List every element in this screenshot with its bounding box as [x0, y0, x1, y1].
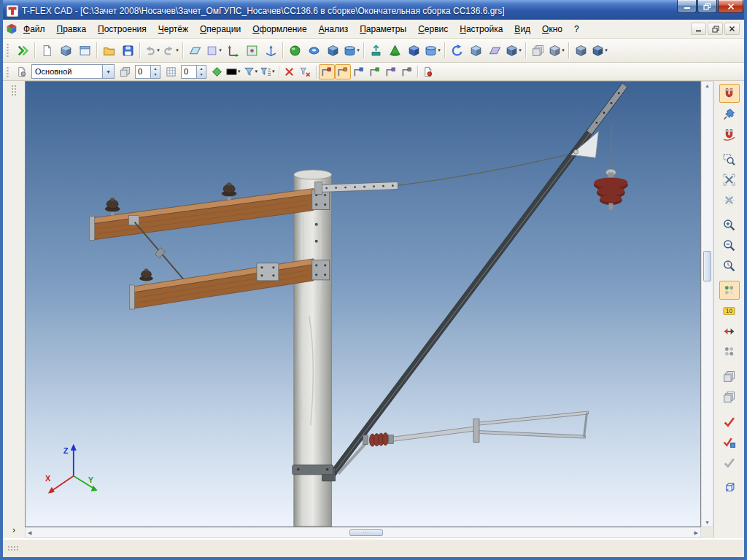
spinner-up-icon[interactable]: ▴ — [197, 66, 206, 72]
3d-viewport[interactable]: Z X Y — [25, 81, 701, 527]
sketch-button[interactable]: ▾ — [204, 41, 223, 60]
page-settings-button[interactable] — [13, 64, 29, 79]
filter-button[interactable]: ▾ — [242, 64, 260, 79]
hide-construction-button[interactable] — [282, 64, 298, 79]
color-picker-button[interactable] — [209, 64, 225, 79]
blend-operation-button[interactable]: ▾ — [423, 41, 442, 60]
view-toolbar-grip[interactable] — [6, 66, 9, 78]
levels-button[interactable] — [117, 64, 133, 79]
workplane-button[interactable] — [185, 41, 204, 60]
dropdown-arrow-icon[interactable]: ▾ — [157, 47, 160, 53]
scroll-left-icon[interactable]: ◀ — [28, 530, 31, 536]
menu-file[interactable]: Файл — [18, 21, 51, 37]
dropdown-arrow-icon[interactable]: ▾ — [519, 47, 522, 53]
select-faces-toggle[interactable] — [351, 64, 367, 79]
current-color-swatch[interactable]: ▾ — [225, 64, 242, 79]
dropdown-arrow-icon[interactable]: ▾ — [176, 47, 179, 53]
left-dock-expand-button[interactable]: › — [8, 524, 20, 536]
select-vertices-toggle[interactable] — [319, 64, 335, 79]
menu-service[interactable]: Сервис — [412, 21, 454, 37]
layer-combo[interactable]: Основной ▾ — [31, 64, 115, 79]
rotate-view-button[interactable] — [447, 41, 466, 60]
previous-view-button[interactable] — [719, 256, 740, 275]
zoom-window-button[interactable] — [719, 149, 740, 168]
assembly-button[interactable]: ▾ — [590, 41, 609, 60]
pin-viewport-button[interactable] — [719, 104, 740, 123]
local-axes-button[interactable] — [261, 41, 280, 60]
combo-dropdown-icon[interactable]: ▾ — [102, 65, 114, 78]
clear-filter-button[interactable] — [298, 64, 314, 79]
update-assembly-button[interactable] — [719, 432, 740, 451]
title-bar[interactable]: T-FLEX CAD - [C:\Зачет 2008\Носачев\Заче… — [3, 0, 744, 20]
new-drawing-button[interactable] — [75, 41, 94, 60]
vertical-scrollbar[interactable]: ▲ ▼ — [701, 81, 713, 527]
undo-button[interactable]: ▾ — [142, 41, 161, 60]
scale-tag-button[interactable]: 10 — [719, 301, 740, 320]
snap-options-button[interactable] — [719, 125, 740, 144]
menu-drawing[interactable]: Чертёж — [152, 21, 194, 37]
copy-operation-button[interactable] — [528, 41, 547, 60]
pages-list-button[interactable] — [719, 367, 740, 386]
redo-button[interactable]: ▾ — [161, 41, 180, 60]
sphere-primitive-button[interactable] — [285, 41, 304, 60]
element-dots-button[interactable] — [719, 342, 740, 361]
full-regenerate-button[interactable] — [719, 453, 740, 472]
level-spinner[interactable]: 0 ▴▾ — [181, 65, 206, 79]
dropdown-arrow-icon[interactable]: ▾ — [272, 69, 275, 74]
dropdown-arrow-icon[interactable]: ▾ — [562, 47, 565, 53]
layer-spinner-value[interactable]: 0 — [136, 66, 150, 78]
left-dock-grip[interactable] — [11, 85, 18, 96]
level-spinner-value[interactable]: 0 — [182, 66, 196, 78]
dropdown-arrow-icon[interactable]: ▾ — [238, 69, 241, 74]
dropdown-arrow-icon[interactable]: ▾ — [605, 47, 608, 53]
menu-help[interactable]: ? — [568, 21, 585, 37]
menu-operations[interactable]: Операции — [194, 21, 247, 37]
menu-edit[interactable]: Правка — [51, 21, 93, 37]
zoom-in-button[interactable] — [719, 215, 740, 234]
spinner-up-icon[interactable]: ▴ — [151, 66, 160, 72]
close-button[interactable] — [718, 0, 743, 13]
select-edges-toggle[interactable] — [335, 64, 351, 79]
scroll-up-icon[interactable]: ▲ — [705, 83, 710, 88]
3d-node-button[interactable] — [242, 41, 261, 60]
main-toolbar-grip[interactable] — [6, 42, 9, 58]
dropdown-arrow-icon[interactable]: ▾ — [219, 47, 222, 53]
save-document-button[interactable] — [118, 41, 137, 60]
select-bodies-toggle[interactable] — [367, 64, 383, 79]
priority-button[interactable] — [163, 64, 179, 79]
layer-spinner[interactable]: 0 ▴▾ — [135, 65, 160, 79]
zoom-out-button[interactable] — [719, 236, 740, 254]
coordinate-system-button[interactable] — [223, 41, 242, 60]
toggle-toolbars-button[interactable] — [13, 41, 32, 60]
cylinder-primitive-button[interactable]: ▾ — [342, 41, 361, 60]
mdi-close-button[interactable] — [724, 23, 740, 35]
windows-list-button[interactable] — [719, 387, 740, 406]
menu-analysis[interactable]: Анализ — [313, 21, 355, 37]
extrude-operation-button[interactable] — [366, 41, 385, 60]
snap-toggle-button[interactable] — [719, 84, 740, 103]
torus-primitive-button[interactable] — [304, 41, 323, 60]
menu-view[interactable]: Вид — [508, 21, 536, 37]
horizontal-scroll-thumb[interactable] — [349, 529, 383, 536]
rotation-operation-button[interactable] — [385, 41, 404, 60]
dropdown-arrow-icon[interactable]: ▾ — [438, 47, 441, 53]
dropdown-arrow-icon[interactable]: ▾ — [357, 47, 360, 53]
spinner-down-icon[interactable]: ▾ — [151, 71, 160, 78]
filter-list-button[interactable]: ▾ — [259, 64, 276, 79]
new-3d-model-button[interactable] — [56, 41, 75, 60]
mdi-restore-button[interactable] — [708, 23, 723, 35]
check-document-button[interactable] — [719, 412, 740, 431]
menu-settings[interactable]: Настройка — [454, 21, 508, 37]
open-document-button[interactable] — [99, 41, 118, 60]
scroll-right-icon[interactable]: ▶ — [694, 530, 698, 536]
select-fragments-toggle[interactable] — [399, 64, 415, 79]
box-primitive-button[interactable] — [323, 41, 342, 60]
minimize-button[interactable] — [677, 0, 697, 13]
wireframe-view-button[interactable] — [719, 478, 740, 497]
fit-selection-button[interactable] — [719, 190, 740, 209]
vertical-scroll-thumb[interactable] — [703, 251, 711, 281]
horizontal-scrollbar[interactable]: ◀ ▶ — [25, 527, 701, 538]
new-document-button[interactable] — [37, 41, 56, 60]
display-mode-button[interactable] — [719, 281, 740, 300]
mdi-minimize-button[interactable] — [691, 23, 706, 35]
